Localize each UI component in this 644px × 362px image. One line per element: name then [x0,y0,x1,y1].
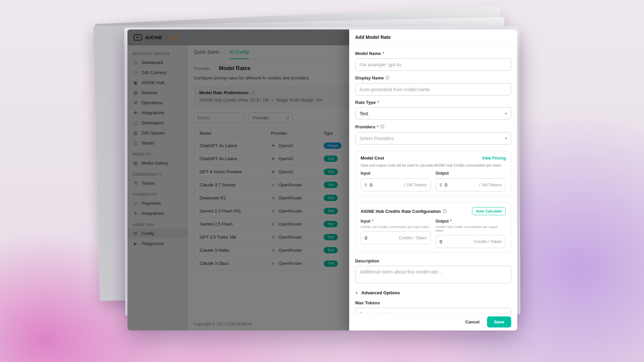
description-label: Description [355,258,379,263]
rate-type-select[interactable]: Text ▾ [355,107,511,120]
dollar-icon: $ [365,182,367,187]
description-textarea[interactable]: Additional notes about this model rate..… [355,266,511,283]
model-name-input[interactable]: For example: gpt-4o [355,58,511,71]
cancel-button[interactable]: Cancel [461,317,484,327]
info-icon[interactable]: ⓘ [443,208,447,214]
advanced-options-toggle[interactable]: ∧ Advanced Options [355,290,511,295]
providers-label: Providers [355,124,375,129]
info-icon[interactable]: ⓘ [380,124,384,130]
chevron-down-icon: ▾ [505,136,507,140]
providers-select[interactable]: Select Providers ▾ [355,132,511,144]
credits-output-label: Output [436,219,449,224]
rate-type-label: Rate Type [355,100,376,105]
app-window: AIGNE / Hub BLOCKLET SERVICE◷Dashboard⚇D… [127,29,517,330]
max-tokens-input[interactable]: Enter max tokens [355,308,511,313]
credits-input-field[interactable]: 0 Credits / Token [361,231,431,244]
dollar-icon: $ [440,182,442,187]
credits-input-caption: AIGNE Hub Credits consumption per input … [361,225,431,229]
max-tokens-label: Max Tokens [355,300,380,305]
cost-output-label: Output [436,171,449,176]
model-cost-caption: Input and output costs will be used to c… [361,163,506,167]
cost-input-label: Input [361,171,370,176]
view-pricing-link[interactable]: View Pricing [482,156,506,161]
credits-output-field[interactable]: 0 Credits / Token [436,235,506,248]
model-cost-section: Model Cost View Pricing Input and output… [355,151,511,196]
chevron-down-icon: ▾ [505,112,507,115]
credits-output-caption: AIGNE Hub Credits consumption per output… [436,225,506,232]
model-cost-title: Model Cost [361,156,384,161]
required-mark: * [377,124,379,129]
drawer-footer: Cancel Save [349,313,517,330]
required-mark: * [383,51,384,56]
auto-calculate-button[interactable]: Auto Calculate [472,207,506,215]
credits-title: AIGNE Hub Credits Rate Configuration [361,209,441,214]
credits-input-label: Input [361,219,370,224]
cost-input-field[interactable]: $ 0 / 1M Tokens [361,178,431,191]
drawer-body: Model Name * For example: gpt-4o Display… [349,45,517,313]
model-name-label: Model Name [355,51,381,56]
display-name-label: Display Name [355,75,384,80]
drawer-title: Add Model Rate [349,29,517,45]
info-icon[interactable]: ⓘ [385,75,389,81]
cost-output-field[interactable]: $ 0 / 1M Tokens [436,178,506,191]
chevron-up-icon: ∧ [355,291,358,295]
credits-rate-section: AIGNE Hub Credits Rate Configuration ⓘ A… [355,202,511,253]
save-button[interactable]: Save [487,316,511,327]
display-name-input[interactable]: Auto-generated from model name [355,83,511,96]
required-mark: * [377,100,379,105]
add-model-rate-drawer: Add Model Rate Model Name * For example:… [349,29,517,330]
